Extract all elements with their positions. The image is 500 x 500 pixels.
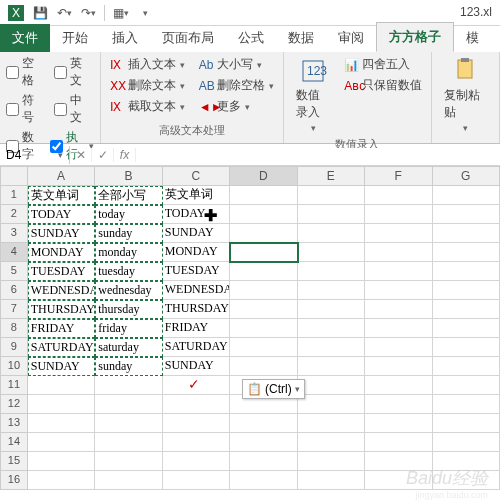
- cell[interactable]: sunday: [95, 224, 162, 243]
- col-F[interactable]: F: [365, 166, 432, 186]
- cell[interactable]: [298, 471, 365, 490]
- btn-round[interactable]: 📊四舍五入: [341, 55, 425, 74]
- cell[interactable]: [298, 376, 365, 395]
- chk-eng[interactable]: 英文: [54, 55, 94, 89]
- row-head[interactable]: 7: [0, 300, 28, 319]
- cell[interactable]: today: [95, 205, 162, 224]
- cell[interactable]: [95, 395, 162, 414]
- row-head[interactable]: 5: [0, 262, 28, 281]
- cell[interactable]: [230, 186, 297, 205]
- cell[interactable]: [95, 414, 162, 433]
- cell[interactable]: [433, 433, 500, 452]
- btn-delspace[interactable]: AB删除空格 ▾: [196, 76, 277, 95]
- cell[interactable]: saturday: [95, 338, 162, 357]
- cell[interactable]: [365, 281, 432, 300]
- cell[interactable]: SUNDAY: [163, 224, 230, 243]
- cell[interactable]: [28, 452, 95, 471]
- cell[interactable]: [230, 357, 297, 376]
- col-B[interactable]: B: [95, 166, 162, 186]
- row-head[interactable]: 14: [0, 433, 28, 452]
- cell[interactable]: [433, 243, 500, 262]
- col-E[interactable]: E: [298, 166, 365, 186]
- row-head[interactable]: 15: [0, 452, 28, 471]
- row-head[interactable]: 2: [0, 205, 28, 224]
- cell[interactable]: [298, 186, 365, 205]
- cell[interactable]: [28, 471, 95, 490]
- row-head[interactable]: 4: [0, 243, 28, 262]
- cell[interactable]: [298, 300, 365, 319]
- cell[interactable]: [365, 300, 432, 319]
- cell[interactable]: [433, 338, 500, 357]
- cell[interactable]: [163, 433, 230, 452]
- cell[interactable]: [95, 452, 162, 471]
- cell[interactable]: SUNDAY: [28, 357, 95, 376]
- cell[interactable]: [298, 395, 365, 414]
- row-head[interactable]: 3: [0, 224, 28, 243]
- cell[interactable]: [28, 414, 95, 433]
- cell[interactable]: [163, 395, 230, 414]
- btn-more[interactable]: ◄►更多 ▾: [196, 97, 277, 116]
- cell[interactable]: THURSDAY: [163, 300, 230, 319]
- cell[interactable]: WEDNESDAY: [28, 281, 95, 300]
- row-head[interactable]: 11: [0, 376, 28, 395]
- cell[interactable]: [365, 357, 432, 376]
- cell[interactable]: [230, 414, 297, 433]
- cell[interactable]: [230, 243, 297, 262]
- cell[interactable]: [163, 452, 230, 471]
- cell[interactable]: [365, 186, 432, 205]
- cell[interactable]: friday: [95, 319, 162, 338]
- btn-extract-text[interactable]: Ⅸ截取文本 ▾: [107, 97, 188, 116]
- cell[interactable]: [230, 300, 297, 319]
- cell[interactable]: sunday: [95, 357, 162, 376]
- cell[interactable]: [365, 414, 432, 433]
- cell[interactable]: [365, 319, 432, 338]
- cell[interactable]: FRIDAY: [163, 319, 230, 338]
- cell[interactable]: [433, 395, 500, 414]
- cell[interactable]: TUESDAY: [163, 262, 230, 281]
- cell[interactable]: wednesday: [95, 281, 162, 300]
- cell[interactable]: [433, 376, 500, 395]
- btn-num-input[interactable]: 123 数值录入▾: [290, 55, 337, 135]
- redo-icon[interactable]: ↷▾: [78, 3, 98, 23]
- row-head[interactable]: 1: [0, 186, 28, 205]
- cell[interactable]: [28, 433, 95, 452]
- cell[interactable]: MONDAY: [163, 243, 230, 262]
- cell[interactable]: [298, 243, 365, 262]
- row-head[interactable]: 9: [0, 338, 28, 357]
- cell[interactable]: [95, 376, 162, 395]
- cell[interactable]: TUESDAY: [28, 262, 95, 281]
- cell[interactable]: SUNDAY: [28, 224, 95, 243]
- qat-customize-icon[interactable]: ▾: [135, 3, 155, 23]
- row-head[interactable]: 13: [0, 414, 28, 433]
- tab-start[interactable]: 开始: [50, 24, 100, 52]
- cell[interactable]: [298, 357, 365, 376]
- cell[interactable]: [433, 357, 500, 376]
- row-head[interactable]: 16: [0, 471, 28, 490]
- chk-symbol[interactable]: 符号: [6, 92, 46, 126]
- tab-insert[interactable]: 插入: [100, 24, 150, 52]
- paste-options-button[interactable]: 📋 (Ctrl) ▾: [242, 379, 305, 399]
- cell[interactable]: [433, 224, 500, 243]
- cell[interactable]: 全部小写: [95, 186, 162, 205]
- chk-space[interactable]: 空格: [6, 55, 46, 89]
- cell[interactable]: [365, 243, 432, 262]
- col-A[interactable]: A: [28, 166, 95, 186]
- btn-keepnum[interactable]: Aʙc只保留数值: [341, 76, 425, 95]
- confirm-icon[interactable]: ✓: [92, 148, 114, 162]
- save-icon[interactable]: 💾: [30, 3, 50, 23]
- fx-icon[interactable]: fx: [114, 148, 136, 162]
- tab-active[interactable]: 方方格子: [376, 22, 454, 52]
- cell[interactable]: THURSDAY: [28, 300, 95, 319]
- cancel-icon[interactable]: ✕: [70, 148, 92, 162]
- cell[interactable]: [365, 376, 432, 395]
- cell[interactable]: [433, 300, 500, 319]
- tab-data[interactable]: 数据: [276, 24, 326, 52]
- cell[interactable]: [95, 471, 162, 490]
- cell[interactable]: [230, 281, 297, 300]
- cell[interactable]: [365, 224, 432, 243]
- tab-formula[interactable]: 公式: [226, 24, 276, 52]
- tab-more[interactable]: 模: [454, 24, 491, 52]
- cell[interactable]: [230, 433, 297, 452]
- row-head[interactable]: 6: [0, 281, 28, 300]
- cell[interactable]: SATURDAY: [163, 338, 230, 357]
